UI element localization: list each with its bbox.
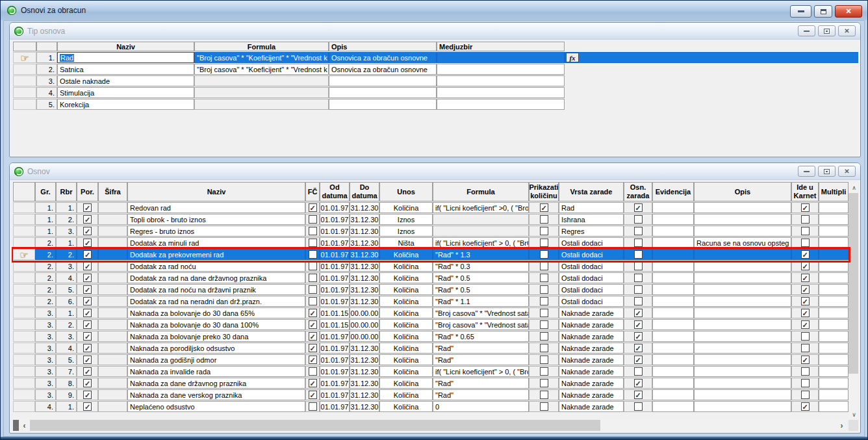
cell-gr[interactable]: 3.	[35, 366, 56, 377]
cell-formula[interactable]: "Broj casova" * "Koeficijent" * "Vrednos…	[194, 52, 329, 63]
cell-evidencija[interactable]	[652, 214, 694, 225]
cell-prikazati[interactable]	[529, 237, 559, 248]
cell-do[interactable]: 00.00.00	[350, 319, 379, 330]
cell-multipli[interactable]	[819, 272, 849, 283]
checkbox[interactable]	[540, 250, 548, 259]
tip-osnova-titlebar[interactable]: Tip osnova ✕	[10, 23, 860, 40]
cell-por[interactable]: ✓	[77, 343, 98, 354]
cell-naziv[interactable]: Naknada za porodiljsko odsustvo	[127, 343, 305, 354]
checkbox[interactable]: ✓	[83, 215, 92, 224]
cell-naziv[interactable]: Stimulacija	[57, 87, 194, 98]
cell-formula[interactable]: 0	[433, 401, 529, 412]
cell-vrsta[interactable]: Naknade zarade	[559, 366, 624, 377]
cell-do[interactable]: 31.12.30	[350, 343, 379, 354]
cell-rbr[interactable]: 3.	[56, 331, 77, 342]
cell-opis[interactable]	[694, 378, 791, 389]
cell-gr[interactable]: 3.	[35, 354, 56, 365]
cell-formula[interactable]: "Rad"	[433, 343, 529, 354]
checkbox[interactable]: ✓	[634, 332, 643, 341]
cell-opis[interactable]	[694, 249, 791, 260]
cell-od[interactable]: 01.01.97	[320, 366, 350, 377]
cell-idek[interactable]	[791, 226, 819, 237]
close-button[interactable]: ✕	[838, 25, 856, 36]
cell-prikazati[interactable]	[529, 261, 559, 272]
cell-osn[interactable]	[624, 296, 652, 307]
cell-prikazati[interactable]	[529, 331, 559, 342]
cell-osn[interactable]: ✓	[624, 354, 652, 365]
checkbox[interactable]: ✓	[83, 332, 92, 341]
checkbox[interactable]	[309, 402, 317, 411]
row-indicator[interactable]	[13, 64, 36, 75]
column-header-num[interactable]	[36, 42, 57, 51]
cell-fc[interactable]	[305, 366, 320, 377]
cell-sifra[interactable]	[98, 366, 127, 377]
cell-opis[interactable]	[694, 261, 791, 272]
row-indicator[interactable]	[13, 214, 35, 225]
cell-prikazati[interactable]	[529, 319, 559, 330]
cell-sifra[interactable]	[98, 237, 127, 248]
cell-gr[interactable]: 3.	[35, 378, 56, 389]
cell-rbr[interactable]: 9.	[56, 389, 77, 400]
cell-naziv[interactable]: Dodatak za rad na dane državnog praznika	[127, 272, 305, 283]
checkbox[interactable]: ✓	[309, 391, 317, 399]
checkbox[interactable]: ✓	[634, 203, 643, 212]
cell-por[interactable]: ✓	[77, 307, 98, 318]
cell-do[interactable]: 31.12.30	[350, 354, 379, 365]
cell-formula[interactable]: if( "Licni koeficijent" > 0, ( "Broj	[433, 366, 529, 377]
cell-prikazati[interactable]	[529, 249, 559, 260]
cell-idek[interactable]	[791, 389, 819, 400]
cell-unos[interactable]: Količina	[379, 272, 433, 283]
cell-naziv[interactable]: Naknada za godišnji odmor	[127, 354, 305, 365]
cell-evidencija[interactable]	[652, 307, 694, 318]
cell-prikazati[interactable]	[529, 354, 559, 365]
checkbox[interactable]	[309, 239, 317, 247]
cell-od[interactable]: 01.01.97	[320, 284, 350, 295]
cell-sifra[interactable]	[98, 319, 127, 330]
cell-sifra[interactable]	[98, 214, 127, 225]
cell-od[interactable]: 01.01.97	[320, 378, 350, 389]
cell-do[interactable]: 00.00.00	[350, 331, 379, 342]
cell-do[interactable]: 31.12.30	[350, 389, 379, 400]
checkbox[interactable]	[801, 367, 810, 376]
vertical-scrollbar[interactable]: ∧ ∨	[849, 182, 858, 420]
checkbox[interactable]	[540, 262, 548, 270]
cell-sifra[interactable]	[98, 401, 127, 412]
cell-medjuzbir[interactable]	[437, 64, 565, 75]
column-header-unos[interactable]: Unos	[379, 182, 433, 201]
cell-multipli[interactable]	[819, 307, 849, 318]
cell-vrsta[interactable]: Naknade zarade	[559, 319, 624, 330]
cell-do[interactable]: 31.12.30	[350, 296, 379, 307]
cell-od[interactable]: 01.01.97	[320, 214, 350, 225]
cell-por[interactable]: ✓	[77, 378, 98, 389]
cell-sifra[interactable]	[98, 284, 127, 295]
cell-por[interactable]: ✓	[77, 237, 98, 248]
checkbox[interactable]	[540, 332, 548, 341]
checkbox[interactable]	[540, 239, 548, 247]
cell-sifra[interactable]	[98, 226, 127, 237]
checkbox[interactable]: ✓	[309, 332, 317, 341]
cell-num[interactable]: 5.	[36, 99, 57, 110]
cell-multipli[interactable]	[819, 343, 849, 354]
cell-fc[interactable]: ✓	[305, 331, 320, 342]
scroll-up-button[interactable]: ∧	[849, 182, 858, 193]
cell-prikazati[interactable]	[529, 378, 559, 389]
cell-evidencija[interactable]	[652, 331, 694, 342]
cell-osn[interactable]	[624, 214, 652, 225]
cell-unos[interactable]: Količina	[379, 343, 433, 354]
column-header-osn[interactable]: Osn. zarada	[624, 182, 652, 201]
cell-idek[interactable]: ✓	[791, 284, 819, 295]
cell-vrsta[interactable]: Naknade zarade	[559, 389, 624, 400]
cell-unos[interactable]: Količina	[379, 389, 433, 400]
cell-multipli[interactable]	[819, 389, 849, 400]
cell-gr[interactable]: 3.	[35, 307, 56, 318]
cell-osn[interactable]	[624, 272, 652, 283]
cell-num[interactable]: 1.	[36, 52, 57, 63]
cell-formula[interactable]: "Broj casova" * "Koeficijent" * "Vrednos…	[194, 64, 329, 75]
row-indicator[interactable]	[13, 202, 35, 213]
cell-opis[interactable]: Racuna se na osnovu opsteg	[694, 237, 791, 248]
cell-sifra[interactable]	[98, 389, 127, 400]
checkbox[interactable]: ✓	[309, 379, 317, 387]
scroll-right-button[interactable]: ›	[836, 420, 847, 431]
cell-vrsta[interactable]: Naknade zarade	[559, 354, 624, 365]
row-indicator[interactable]	[13, 389, 35, 400]
